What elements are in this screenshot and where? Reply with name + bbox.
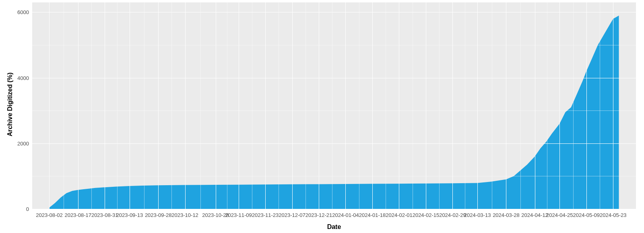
gridline-vertical-minor — [64, 2, 64, 209]
x-tick-label: 2024-02-15 — [413, 209, 440, 218]
gridline-vertical-minor — [227, 2, 227, 209]
gridline-horizontal — [32, 12, 636, 12]
gridline-horizontal-minor — [32, 176, 636, 176]
y-tick-label: 0 — [26, 206, 32, 212]
gridline-vertical-minor — [252, 2, 252, 209]
x-tick-label: 2023-11-23 — [252, 209, 279, 218]
gridline-vertical-minor — [492, 2, 492, 209]
plot-panel: 02000400060002023-08-022023-08-172023-08… — [32, 2, 636, 209]
x-tick-label: 2023-11-09 — [225, 209, 252, 218]
gridline-vertical — [399, 2, 399, 209]
gridline-vertical — [372, 2, 373, 209]
x-tick-label: 2024-04-25 — [546, 209, 573, 218]
y-axis-title: Archive Digitized (%) — [0, 0, 20, 209]
gridline-horizontal-minor — [32, 45, 636, 45]
gridline-vertical — [185, 2, 186, 209]
gridline-vertical — [49, 2, 50, 209]
gridline-vertical — [319, 2, 319, 209]
gridline-vertical — [506, 2, 506, 209]
y-tick-label: 4000 — [17, 75, 32, 81]
area-fill — [32, 2, 636, 209]
gridline-vertical — [265, 2, 266, 209]
gridline-vertical — [426, 2, 426, 209]
x-tick-label: 2023-12-07 — [279, 209, 305, 218]
gridline-vertical-minor — [200, 2, 201, 209]
y-axis-title-text: Archive Digitized (%) — [6, 72, 14, 136]
x-tick-label: 2023-08-02 — [36, 209, 63, 218]
gridline-vertical — [78, 2, 78, 209]
area-chart: Archive Digitized (%) 02000400060002023-… — [0, 0, 644, 233]
x-tick-label: 2024-03-13 — [464, 209, 491, 218]
gridline-vertical — [477, 2, 478, 209]
gridline-vertical — [535, 2, 535, 209]
x-axis-title-text: Date — [327, 223, 341, 230]
x-tick-label: 2024-04-12 — [521, 209, 548, 218]
x-tick-label: 2023-09-13 — [116, 209, 143, 218]
x-tick-label: 2024-02-01 — [386, 209, 413, 218]
x-tick-label: 2024-05-09 — [573, 209, 600, 218]
gridline-vertical — [559, 2, 560, 209]
gridline-vertical — [292, 2, 293, 209]
gridline-vertical-minor — [465, 2, 465, 209]
gridline-vertical — [130, 2, 130, 209]
x-tick-label: 2024-01-18 — [359, 209, 386, 218]
x-tick-label: 2023-10-12 — [171, 209, 198, 218]
x-axis-title: Date — [32, 223, 636, 233]
gridline-vertical-minor — [91, 2, 92, 209]
gridline-vertical — [586, 2, 587, 209]
gridline-vertical — [105, 2, 105, 209]
gridline-horizontal-minor — [32, 110, 636, 111]
gridline-vertical — [239, 2, 239, 209]
gridline-vertical-minor — [305, 2, 306, 209]
gridline-vertical-minor — [573, 2, 574, 209]
gridline-vertical-minor — [332, 2, 332, 209]
gridline-horizontal — [32, 143, 636, 144]
gridline-vertical-minor — [359, 2, 359, 209]
svg-marker-0 — [49, 16, 619, 209]
x-tick-label: 2023-12-21 — [305, 209, 332, 218]
x-tick-label: 2024-02-29 — [439, 209, 466, 218]
x-tick-label: 2024-01-04 — [332, 209, 359, 218]
gridline-vertical — [216, 2, 216, 209]
gridline-vertical — [345, 2, 346, 209]
gridline-vertical-minor — [171, 2, 172, 209]
gridline-vertical-minor — [117, 2, 118, 209]
x-tick-label: 2023-08-31 — [91, 209, 118, 218]
x-tick-label: 2023-09-28 — [145, 209, 172, 218]
gridline-vertical-minor — [520, 2, 521, 209]
gridline-vertical-minor — [439, 2, 440, 209]
x-tick-label: 2023-08-17 — [64, 209, 91, 218]
gridline-vertical-minor — [600, 2, 600, 209]
gridline-vertical — [452, 2, 453, 209]
gridline-vertical-minor — [144, 2, 144, 209]
y-tick-label: 2000 — [17, 140, 32, 146]
x-tick-label: 2024-05-23 — [600, 209, 627, 218]
gridline-vertical-minor — [279, 2, 279, 209]
y-tick-label: 6000 — [17, 9, 32, 15]
gridline-vertical-minor — [413, 2, 413, 209]
x-tick-label: 2024-03-28 — [493, 209, 520, 218]
gridline-vertical-minor — [386, 2, 386, 209]
gridline-vertical — [613, 2, 613, 209]
gridline-vertical — [158, 2, 159, 209]
gridline-horizontal — [32, 78, 636, 78]
gridline-vertical-minor — [547, 2, 547, 209]
